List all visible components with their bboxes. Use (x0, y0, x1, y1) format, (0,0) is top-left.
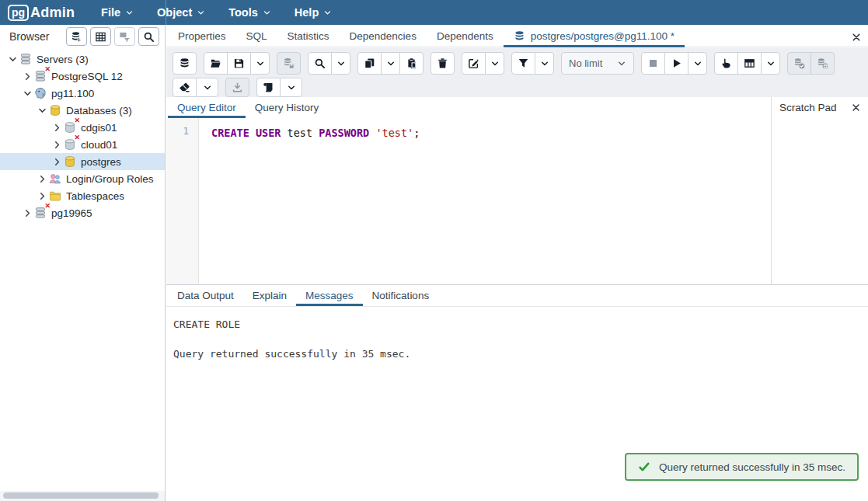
trash-icon (437, 57, 448, 69)
tree-expander[interactable] (50, 157, 64, 167)
query-toolbar: No limit (166, 48, 868, 97)
tree-item-icon-wrap: ✕ (64, 138, 78, 151)
clear-options-button[interactable] (196, 78, 218, 97)
explain-options-button[interactable] (761, 52, 780, 75)
stop-button[interactable] (641, 52, 665, 75)
explain-button[interactable] (714, 52, 738, 75)
menu-label: Object (157, 6, 192, 19)
tree-item-pg19965[interactable]: ✕pg19965 (0, 204, 165, 221)
tab-notifications[interactable]: Notifications (363, 285, 439, 306)
delete-button[interactable] (431, 52, 455, 75)
copy-button[interactable] (357, 52, 382, 75)
tree-item-label: Login/Group Roles (66, 173, 154, 185)
tree-expander[interactable] (5, 54, 19, 64)
button-group (511, 52, 554, 75)
chevron-right-icon (52, 123, 62, 133)
chevron-down-icon (386, 59, 396, 68)
success-toast[interactable]: Query returned successfully in 35 msec. (625, 453, 859, 481)
tab-label: Statistics (288, 30, 329, 42)
editor-gutter: 1 (166, 118, 199, 284)
chevron-down-icon (197, 9, 205, 17)
tab-dependents[interactable]: Dependents (427, 25, 504, 47)
download-button[interactable] (225, 78, 249, 97)
close-panel-button[interactable] (852, 31, 861, 45)
tree-item-databases[interactable]: Databases (3) (0, 102, 165, 119)
commit-button[interactable] (787, 52, 811, 75)
chevron-right-icon (37, 174, 47, 184)
edit-icon (468, 57, 479, 69)
database-icon (64, 155, 76, 168)
save-button[interactable] (227, 52, 251, 75)
paste-button[interactable] (399, 52, 424, 75)
macro-button[interactable] (256, 78, 281, 97)
object-tree: Servers (3)✕PostgreSQL 12pg11.100Databas… (0, 48, 165, 221)
tree-item-postgres[interactable]: postgres (0, 153, 165, 170)
tree-expander[interactable] (35, 191, 49, 201)
connection-button[interactable] (173, 52, 197, 75)
tree-expander[interactable] (20, 71, 34, 82)
find-button[interactable] (308, 52, 332, 75)
tree-item-label: cdgis01 (81, 122, 117, 134)
tab-data-output[interactable]: Data Output (168, 285, 243, 306)
tab-explain[interactable]: Explain (243, 285, 296, 306)
row-limit-select[interactable]: No limit (561, 52, 634, 75)
clear-button[interactable] (173, 78, 197, 97)
menu-object[interactable]: Object (157, 6, 205, 19)
sidebar-hscrollbar (0, 491, 165, 501)
execute-options-button[interactable] (688, 52, 707, 75)
tree-expander[interactable] (35, 174, 49, 184)
tree-item-login-group-roles[interactable]: Login/Group Roles (0, 170, 165, 187)
tab-query-editor[interactable]: Query Editor (168, 97, 246, 118)
tree-item-tablespaces[interactable]: Tablespaces (0, 187, 165, 204)
tree-expander[interactable] (50, 140, 64, 150)
browser-panel-header: Browser (0, 25, 165, 48)
filter-button[interactable] (511, 52, 535, 75)
sql-editor[interactable]: CREATE USER test PASSWORD 'test'; (199, 118, 420, 284)
edit-options-button[interactable] (485, 52, 504, 75)
filter-options-button[interactable] (535, 52, 554, 75)
tree-item-cloud01[interactable]: ✕cloud01 (0, 136, 165, 153)
tab-messages[interactable]: Messages (296, 285, 363, 306)
macro-options-button[interactable] (280, 78, 302, 97)
tree-expander[interactable] (50, 123, 64, 133)
tab-dependencies[interactable]: Dependencies (340, 25, 427, 47)
save-options-button[interactable] (250, 52, 270, 75)
button-group (256, 78, 302, 97)
menu-help[interactable]: Help (295, 6, 332, 19)
copy-options-button[interactable] (381, 52, 400, 75)
view-data-button[interactable] (90, 27, 111, 46)
chevron-right-icon (23, 208, 33, 218)
query-tool-button[interactable] (66, 27, 87, 46)
code-token: ; (413, 127, 420, 139)
open-file-button[interactable] (204, 52, 228, 75)
tree-item-pg11-100[interactable]: pg11.100 (0, 85, 165, 102)
tab-statistics[interactable]: Statistics (277, 25, 340, 47)
rollback-button[interactable] (810, 52, 835, 75)
tree-expander[interactable] (20, 89, 34, 99)
scrollbar-thumb[interactable] (3, 492, 159, 499)
execute-button[interactable] (664, 52, 688, 75)
search-objects-button[interactable] (138, 27, 159, 46)
tab-query-history[interactable]: Query History (246, 97, 329, 118)
tab-postgres-postgres-pg11-100[interactable]: postgres/postgres@pg11.100 * (504, 25, 685, 47)
tree-item-icon-wrap (19, 53, 33, 65)
app-header: pg Admin FileObjectToolsHelp (0, 0, 868, 25)
tree-item-cdgis01[interactable]: ✕cdgis01 (0, 119, 165, 136)
save-data-changes-button[interactable] (277, 52, 301, 75)
tree-item-servers[interactable]: Servers (3) (0, 50, 165, 68)
tab-sql[interactable]: SQL (236, 25, 277, 47)
edit-button[interactable] (462, 52, 486, 75)
tree-expander[interactable] (20, 208, 34, 218)
tree-expander[interactable] (35, 106, 49, 116)
menu-file[interactable]: File (101, 6, 134, 19)
filtered-rows-button[interactable] (114, 27, 135, 46)
tab-properties[interactable]: Properties (168, 25, 236, 47)
menu-tools[interactable]: Tools (228, 6, 271, 19)
explain-analyze-button[interactable] (737, 52, 762, 75)
logo-pg-badge: pg (8, 5, 29, 21)
tree-item-postgresql-12[interactable]: ✕PostgreSQL 12 (0, 68, 165, 85)
button-group (308, 52, 350, 75)
chevron-down-icon (37, 106, 47, 116)
scratch-pad-close-button[interactable] (852, 103, 860, 112)
find-options-button[interactable] (331, 52, 350, 75)
